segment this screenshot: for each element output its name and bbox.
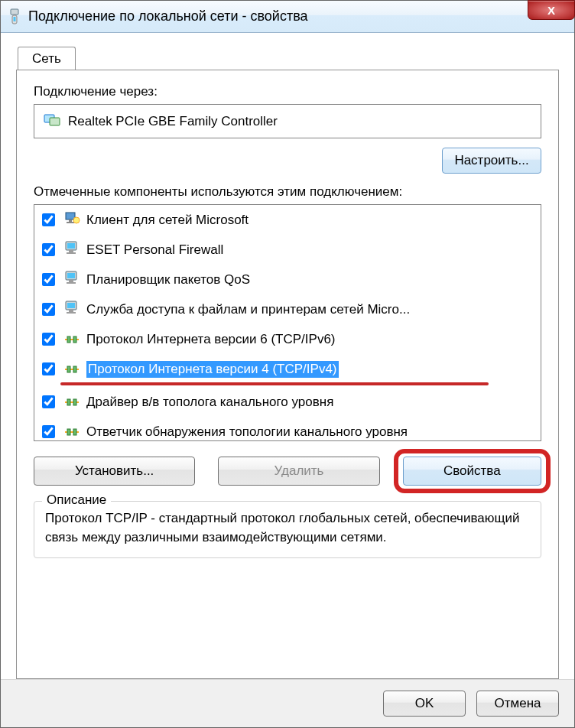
connect-using-label: Подключение через: [34,84,541,99]
svg-rect-15 [69,280,73,282]
adapter-box[interactable]: Realtek PCIe GBE Family Controller [34,104,541,138]
svg-point-8 [73,217,80,223]
pc-icon [63,299,80,320]
component-label: ESET Personal Firewall [86,242,223,258]
svg-rect-7 [67,222,74,223]
component-label: Драйвер в/в тополога канального уровня [86,395,333,410]
titlebar: Подключение по локальной сети - свойства… [1,1,574,33]
svg-rect-14 [67,273,75,278]
configure-button[interactable]: Настроить... [442,148,541,174]
svg-rect-12 [67,252,76,254]
net-icon [63,421,80,441]
close-button[interactable]: X [528,0,575,20]
net-icon [63,359,80,379]
svg-rect-31 [67,429,70,435]
component-checkbox[interactable] [42,243,55,256]
components-label: Отмеченные компоненты используются этим … [34,184,541,200]
list-item[interactable]: Клиент для сетей Microsoft [34,205,541,235]
component-checkbox[interactable] [42,273,55,286]
component-actions: Установить... Удалить Свойства [34,457,541,486]
client-icon [63,210,80,230]
list-item[interactable]: Протокол Интернета версии 6 (TCP/IPv6) [34,324,541,354]
component-label: Протокол Интернета версии 6 (TCP/IPv6) [86,332,336,347]
svg-rect-20 [67,312,76,314]
list-item[interactable]: Драйвер в/в тополога канального уровня [34,387,541,417]
svg-rect-19 [69,310,73,312]
svg-rect-32 [73,429,76,435]
list-item[interactable]: Протокол Интернета версии 4 (TCP/IPv4) [34,354,541,384]
list-item[interactable]: Ответчик обнаружения топологии канальног… [34,417,541,441]
component-checkbox[interactable] [42,213,55,226]
svg-rect-29 [73,399,76,405]
connection-icon [8,8,21,25]
svg-rect-11 [69,250,73,252]
net-icon [63,329,80,349]
properties-button[interactable]: Свойства [403,457,541,486]
cancel-button[interactable]: Отмена [476,691,559,717]
dialog-body: Сеть Подключение через: Realtek PCIe GBE… [1,33,574,679]
description-title: Описание [42,492,111,508]
svg-rect-23 [73,336,76,343]
tab-strip: Сеть [16,47,559,70]
component-label: Ответчик обнаружения топологии канальног… [86,424,408,440]
nic-icon [44,112,60,130]
svg-rect-22 [67,336,70,343]
list-item[interactable]: Планировщик пакетов QoS [34,265,541,294]
description-text: Протокол TCP/IP - стандартный протокол г… [45,509,530,547]
component-checkbox[interactable] [42,303,55,316]
tab-panel-network: Подключение через: Realtek PCIe GBE Fami… [16,70,559,679]
svg-rect-10 [67,243,75,249]
svg-rect-6 [69,219,72,222]
component-label: Служба доступа к файлам и принтерам сете… [86,302,410,317]
component-checkbox[interactable] [42,333,55,346]
svg-rect-4 [50,118,60,125]
svg-rect-26 [73,366,76,372]
dialog-buttons: OK Отмена [1,679,574,727]
list-item[interactable]: Служба доступа к файлам и принтерам сете… [34,294,541,324]
tab-network[interactable]: Сеть [18,47,76,70]
ok-button[interactable]: OK [383,691,466,717]
component-checkbox[interactable] [42,395,55,408]
window-title: Подключение по локальной сети - свойства [28,8,570,24]
component-list[interactable]: Клиент для сетей MicrosoftESET Personal … [34,204,541,441]
uninstall-button[interactable]: Удалить [218,457,379,486]
annotation-underline [60,382,489,385]
svg-rect-0 [11,9,18,15]
description-group: Описание Протокол TCP/IP - стандартный п… [34,501,541,558]
svg-rect-2 [14,17,16,21]
install-button[interactable]: Установить... [34,457,195,486]
svg-rect-18 [67,303,75,308]
list-item[interactable]: ESET Personal Firewall [34,235,541,265]
adapter-name: Realtek PCIe GBE Family Controller [68,114,278,129]
component-label: Планировщик пакетов QoS [86,272,250,288]
properties-dialog: Подключение по локальной сети - свойства… [0,0,575,728]
close-icon: X [547,4,555,17]
net-icon [63,392,80,412]
component-label: Протокол Интернета версии 4 (TCP/IPv4) [86,361,339,378]
svg-rect-25 [67,366,70,372]
component-label: Клиент для сетей Microsoft [86,213,249,228]
svg-rect-28 [67,399,70,405]
pc-icon [63,269,80,290]
component-checkbox[interactable] [42,362,55,375]
component-checkbox[interactable] [42,425,55,438]
svg-rect-16 [67,282,76,284]
pc-icon [63,239,80,260]
